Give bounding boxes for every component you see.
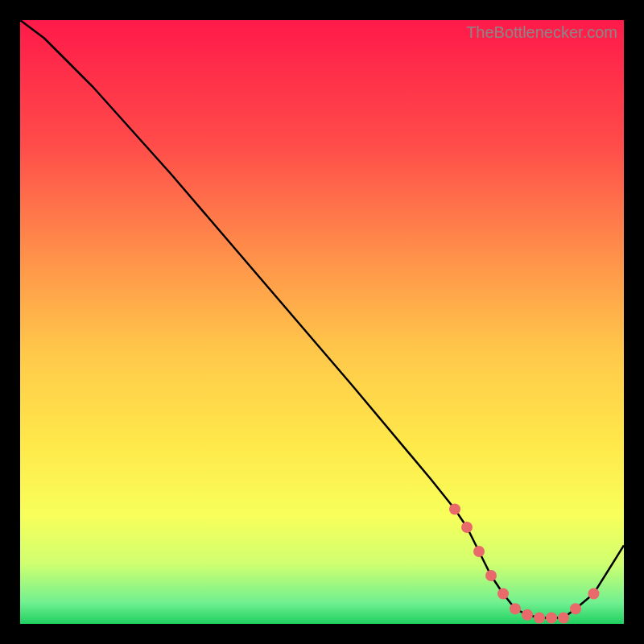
highlight-dot — [485, 570, 497, 581]
watermark-text: TheBottlenecker.com — [466, 23, 617, 42]
highlight-dot — [534, 613, 545, 624]
highlight-dot — [473, 546, 485, 557]
gradient-background — [20, 20, 624, 624]
highlight-dot — [449, 504, 460, 515]
highlight-dot — [570, 603, 581, 614]
chart-svg — [20, 20, 624, 624]
highlight-dot — [497, 588, 509, 600]
highlight-dot — [558, 613, 569, 624]
highlight-dot — [546, 613, 557, 624]
highlight-dot — [510, 603, 521, 614]
highlight-dot — [522, 609, 533, 621]
chart-frame: TheBottlenecker.com — [20, 20, 624, 624]
highlight-dot — [588, 588, 600, 600]
highlight-dot — [461, 522, 473, 533]
